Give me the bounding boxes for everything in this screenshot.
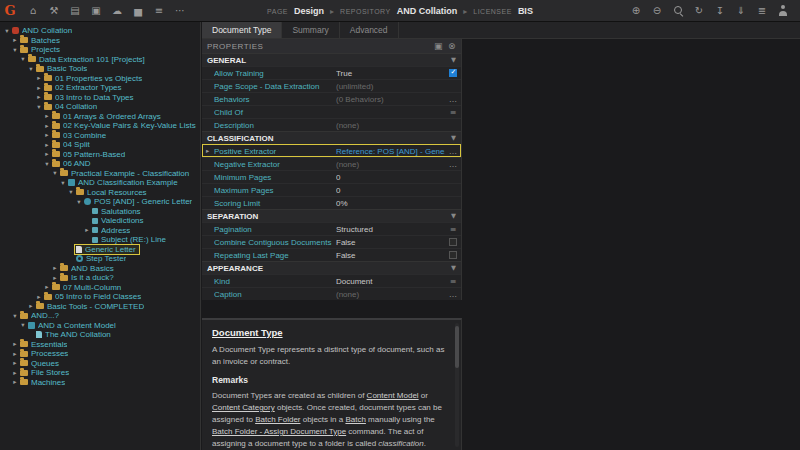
group-header[interactable]: SEPARATION▼	[202, 209, 461, 222]
collapse-arrow-icon[interactable]: ▾	[75, 198, 83, 206]
tab-document-type[interactable]: Document Type	[202, 22, 282, 38]
dropdown-button[interactable]: ≡	[445, 108, 461, 117]
tree-item[interactable]: Valedictions	[0, 216, 200, 226]
tree-item[interactable]: Generic Letter	[0, 245, 200, 255]
cloud-icon[interactable]: ☁	[110, 4, 124, 18]
tree-item[interactable]: ▸04 Split	[0, 140, 200, 150]
breadcrumb-value[interactable]: BIS	[518, 6, 533, 16]
docs-link[interactable]: Batch Folder	[255, 415, 300, 424]
docs-link[interactable]: Batch	[345, 415, 365, 424]
tree-item[interactable]: ▾Basic Tools	[0, 64, 200, 74]
tree-item[interactable]: ▸03 Intro to Data Types	[0, 93, 200, 103]
checkbox[interactable]	[449, 251, 457, 259]
pin-icon[interactable]: ▣	[434, 39, 443, 53]
checkbox[interactable]	[449, 238, 457, 246]
collapse-arrow-icon[interactable]: ▾	[11, 312, 19, 320]
tree-item[interactable]: ▸Queues	[0, 359, 200, 369]
property-value[interactable]: False	[336, 251, 445, 260]
tab-summary[interactable]: Summary	[282, 22, 339, 38]
tree-item[interactable]: ▸01 Properties vs Objects	[0, 74, 200, 84]
tree-item[interactable]: ▾Data Extraction 101 [Projects]	[0, 55, 200, 65]
docs-scrollbar-thumb[interactable]	[455, 326, 459, 368]
ellipsis-button[interactable]: …	[445, 160, 461, 169]
tree-item[interactable]: ▾POS [AND] - Generic Letter	[0, 197, 200, 207]
expand-arrow-icon[interactable]: ▸	[43, 141, 51, 149]
close-icon[interactable]: ⊗	[448, 39, 456, 53]
tree-item[interactable]: ▸03 Combine	[0, 131, 200, 141]
property-value[interactable]: Structured	[336, 225, 445, 234]
export-icon[interactable]: ⇓	[734, 4, 748, 18]
tree-item[interactable]: ▾04 Collation	[0, 102, 200, 112]
expand-arrow-icon[interactable]: ▸	[51, 264, 59, 272]
tree-item[interactable]: ▾Practical Example - Classification	[0, 169, 200, 179]
tree-item[interactable]: ▾AND Collation	[0, 26, 200, 36]
expand-arrow-icon[interactable]: ▸	[11, 378, 19, 386]
tree-item[interactable]: Step Tester	[0, 254, 200, 264]
tree-item[interactable]: Salutations	[0, 207, 200, 217]
remove-circle-icon[interactable]: ⊖	[650, 4, 664, 18]
tree-item[interactable]: ▸Address	[0, 226, 200, 236]
tree-item[interactable]: ▸01 Arrays & Ordered Arrays	[0, 112, 200, 122]
group-header[interactable]: CLASSIFICATION▼	[202, 131, 461, 144]
tools-icon[interactable]: ⚒	[47, 4, 61, 18]
property-value[interactable]: (none)	[336, 290, 445, 299]
chevron-down-icon[interactable]: ▼	[451, 56, 456, 64]
property-value[interactable]: (0 Behaviors)	[336, 95, 445, 104]
tree-item[interactable]: ▸AND Basics	[0, 264, 200, 274]
property-row[interactable]: Repeating Last PageFalse	[202, 248, 461, 261]
tree-item[interactable]: ▾AND a Content Model	[0, 321, 200, 331]
property-row[interactable]: Caption(none)…	[202, 287, 461, 300]
property-row[interactable]: ▸Positive ExtractorReference: POS [AND] …	[202, 144, 461, 157]
property-value[interactable]: 0%	[336, 199, 445, 208]
property-value[interactable]: Reference: POS [AND] - Gene...	[336, 147, 445, 156]
property-row[interactable]: Negative Extractor(none)…	[202, 157, 461, 170]
tree-item[interactable]: ▸02 Key-Value Pairs & Key-Value Lists	[0, 121, 200, 131]
chevron-down-icon[interactable]: ▼	[451, 212, 456, 220]
more-icon[interactable]: ⋯	[173, 4, 187, 18]
tree-item[interactable]: ▸05 Pattern-Based	[0, 150, 200, 160]
property-row[interactable]: PaginationStructured≡	[202, 222, 461, 235]
ellipsis-button[interactable]: …	[445, 147, 461, 156]
collapse-arrow-icon[interactable]: ▾	[19, 55, 27, 63]
group-header[interactable]: GENERAL▼	[202, 53, 461, 66]
tree-item[interactable]: ▸Is it a duck?	[0, 273, 200, 283]
expand-arrow-icon[interactable]: ▸	[35, 293, 43, 301]
docs-link[interactable]: Content Model	[367, 391, 419, 400]
expand-arrow-icon[interactable]: ▸	[83, 226, 91, 234]
property-value[interactable]: 0	[336, 186, 445, 195]
property-row[interactable]: Behaviors(0 Behaviors)…	[202, 92, 461, 105]
checkbox[interactable]	[449, 69, 457, 77]
breadcrumb-value[interactable]: Design	[294, 6, 324, 16]
property-value[interactable]: False	[336, 238, 445, 247]
docs-link[interactable]: Batch Folder - Assign Document Type	[212, 427, 346, 436]
expand-arrow-icon[interactable]: ▸	[51, 274, 59, 282]
property-value[interactable]: (none)	[336, 160, 445, 169]
collapse-arrow-icon[interactable]: ▾	[27, 65, 35, 73]
expand-arrow-icon[interactable]: ▸	[11, 340, 19, 348]
breadcrumb-value[interactable]: AND Collation	[397, 6, 458, 16]
add-circle-icon[interactable]: ⊕	[629, 4, 643, 18]
expand-arrow-icon[interactable]: ▸	[206, 147, 214, 155]
property-row[interactable]: Scoring Limit0%	[202, 196, 461, 209]
expand-arrow-icon[interactable]: ▸	[11, 350, 19, 358]
tree-item[interactable]: ▾Local Resources	[0, 188, 200, 198]
collapse-arrow-icon[interactable]: ▾	[59, 179, 67, 187]
stack-icon[interactable]: ≣	[755, 4, 769, 18]
property-row[interactable]: Maximum Pages0	[202, 183, 461, 196]
expand-arrow-icon[interactable]: ▸	[35, 93, 43, 101]
tree-item[interactable]: The AND Collation	[0, 330, 200, 340]
package-icon[interactable]: ▣	[89, 4, 103, 18]
list-icon[interactable]: ≡	[152, 4, 166, 18]
save-icon[interactable]: ▤	[68, 4, 82, 18]
search-icon[interactable]	[671, 4, 685, 18]
expand-arrow-icon[interactable]: ▸	[43, 283, 51, 291]
expand-arrow-icon[interactable]: ▸	[11, 36, 19, 44]
app-logo[interactable]: G	[0, 3, 20, 18]
tree-item[interactable]: ▸05 Intro to Field Classes	[0, 292, 200, 302]
collapse-arrow-icon[interactable]: ▾	[19, 321, 27, 329]
chevron-down-icon[interactable]: ▼	[451, 134, 456, 142]
ellipsis-button[interactable]: …	[445, 290, 461, 299]
expand-arrow-icon[interactable]: ▸	[43, 131, 51, 139]
collapse-arrow-icon[interactable]: ▾	[43, 160, 51, 168]
group-header[interactable]: APPEARANCE▼	[202, 261, 461, 274]
